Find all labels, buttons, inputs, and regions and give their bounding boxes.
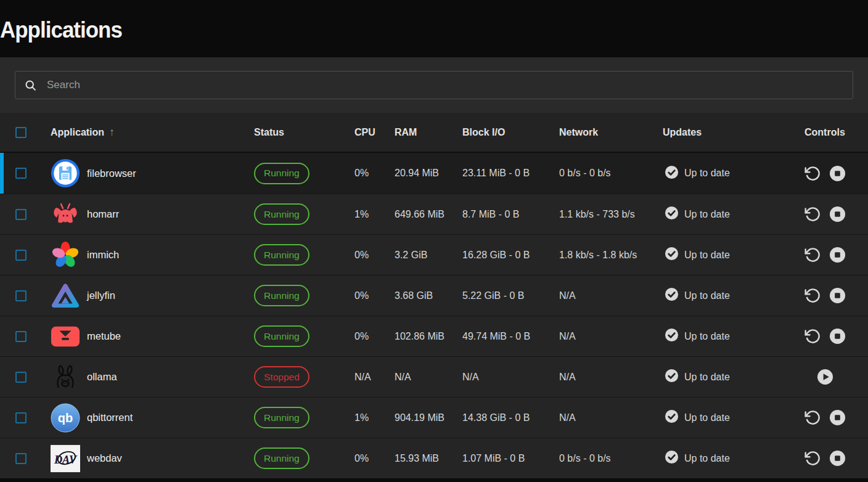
app-icon: qb	[50, 402, 81, 433]
stop-icon	[829, 328, 846, 345]
up-to-date-check-icon	[665, 450, 679, 464]
update-status: Up to date	[684, 250, 730, 261]
table-row[interactable]: qb qbittorrent Running 1% 904.19 MiB 14.…	[0, 397, 868, 438]
app-name[interactable]: immich	[87, 249, 119, 261]
stop-icon	[829, 247, 846, 263]
stop-button[interactable]	[829, 409, 846, 426]
row-checkbox[interactable]	[15, 412, 27, 423]
table-row[interactable]: ollama Stopped N/A N/A N/A N/A Up to dat…	[0, 356, 868, 397]
column-cpu[interactable]: CPU	[353, 127, 395, 138]
up-to-date-check-icon	[665, 328, 679, 342]
cpu-value: 0%	[353, 290, 395, 301]
search-panel	[0, 57, 868, 113]
top-header: Applications	[0, 0, 868, 57]
controls	[805, 328, 846, 345]
update-check-icon	[665, 369, 679, 385]
update-check-icon	[665, 287, 679, 304]
table-row[interactable]: filebrowser Running 0% 20.94 MiB 23.11 M…	[0, 153, 868, 194]
restart-button[interactable]	[805, 409, 821, 426]
app-name[interactable]: webdav	[87, 452, 122, 464]
network-value: N/A	[559, 412, 663, 423]
update-status: Up to date	[684, 290, 730, 301]
app-name[interactable]: qbittorrent	[87, 412, 133, 423]
row-checkbox[interactable]	[15, 372, 27, 383]
blockio-value: 14.38 GiB - 0 B	[462, 412, 559, 423]
applications-table: Application ↑ Status CPU RAM Block I/O N…	[0, 113, 868, 478]
blockio-value: 16.28 GiB - 0 B	[462, 250, 559, 261]
search-box[interactable]	[15, 71, 853, 99]
column-application[interactable]: Application ↑	[51, 126, 254, 139]
table-row[interactable]: metube Running 0% 102.86 MiB 49.74 MiB -…	[0, 316, 868, 356]
table-row[interactable]: homarr Running 1% 649.66 MiB 8.7 MiB - 0…	[0, 194, 868, 234]
stop-button[interactable]	[829, 450, 846, 467]
row-checkbox[interactable]	[15, 331, 27, 342]
app-name[interactable]: homarr	[87, 208, 119, 220]
controls	[805, 206, 846, 223]
column-block-io[interactable]: Block I/O	[462, 127, 559, 138]
table-row[interactable]: immich Running 0% 3.2 GiB 16.28 GiB - 0 …	[0, 234, 868, 275]
blockio-value: 23.11 MiB - 0 B	[462, 168, 559, 179]
row-checkbox[interactable]	[15, 290, 27, 301]
svg-text:qb: qb	[58, 411, 73, 425]
ram-value: 20.94 MiB	[395, 168, 462, 179]
row-checkbox[interactable]	[15, 168, 27, 179]
search-input[interactable]	[37, 79, 853, 91]
table-row[interactable]: DAV webdav Running 0% 15.93 MiB 1.07 MiB…	[0, 438, 868, 478]
column-status[interactable]: Status	[254, 127, 353, 138]
column-updates[interactable]: Updates	[663, 127, 800, 138]
blockio-value: 5.22 GiB - 0 B	[462, 290, 559, 301]
app-name[interactable]: jellyfin	[87, 290, 115, 301]
update-check-icon	[665, 409, 679, 426]
app-name[interactable]: metube	[87, 330, 121, 342]
select-all-checkbox[interactable]	[15, 127, 27, 138]
row-checkbox[interactable]	[15, 250, 27, 261]
table-row[interactable]: jellyfin Running 0% 3.68 GiB 5.22 GiB - …	[0, 275, 868, 316]
stop-icon	[829, 287, 846, 304]
status-badge: Running	[254, 163, 309, 184]
restart-button[interactable]	[805, 328, 821, 345]
up-to-date-check-icon	[665, 369, 679, 383]
app-icon: DAV	[50, 443, 81, 474]
update-check-icon	[665, 328, 679, 345]
column-ram[interactable]: RAM	[395, 127, 462, 138]
row-checkbox[interactable]	[15, 209, 27, 220]
update-status: Up to date	[684, 331, 730, 342]
app-name[interactable]: filebrowser	[87, 168, 136, 179]
stop-button[interactable]	[829, 328, 846, 345]
restart-button[interactable]	[805, 450, 821, 467]
table-body: filebrowser Running 0% 20.94 MiB 23.11 M…	[0, 153, 868, 478]
update-check-icon	[665, 206, 679, 223]
stop-button[interactable]	[829, 247, 846, 263]
restart-button[interactable]	[805, 165, 821, 182]
up-to-date-check-icon	[665, 247, 679, 261]
search-icon	[24, 79, 37, 92]
app-icon	[50, 240, 81, 271]
stop-button[interactable]	[829, 287, 846, 304]
restart-icon	[805, 409, 821, 426]
start-button[interactable]	[817, 369, 833, 385]
column-network[interactable]: Network	[559, 127, 663, 138]
restart-button[interactable]	[805, 206, 821, 223]
sort-ascending-icon[interactable]: ↑	[109, 126, 115, 139]
update-check-icon	[665, 247, 679, 263]
controls	[805, 369, 846, 385]
controls	[805, 409, 846, 426]
update-status: Up to date	[684, 168, 730, 179]
restart-button[interactable]	[805, 287, 821, 304]
cpu-value: N/A	[353, 372, 395, 383]
qbittorrent-icon: qb	[51, 403, 80, 433]
ram-value: N/A	[395, 372, 462, 383]
app-icon	[50, 280, 81, 311]
cpu-value: 1%	[353, 209, 395, 220]
table-header: Application ↑ Status CPU RAM Block I/O N…	[0, 113, 868, 153]
row-checkbox[interactable]	[15, 453, 27, 464]
restart-button[interactable]	[805, 247, 821, 263]
metube-icon	[51, 322, 80, 351]
stop-button[interactable]	[829, 206, 846, 223]
stop-icon	[829, 409, 846, 426]
network-value: N/A	[559, 331, 663, 342]
app-name[interactable]: ollama	[87, 371, 117, 383]
restart-icon	[805, 287, 821, 304]
ram-value: 3.68 GiB	[395, 290, 462, 301]
stop-button[interactable]	[829, 165, 846, 182]
